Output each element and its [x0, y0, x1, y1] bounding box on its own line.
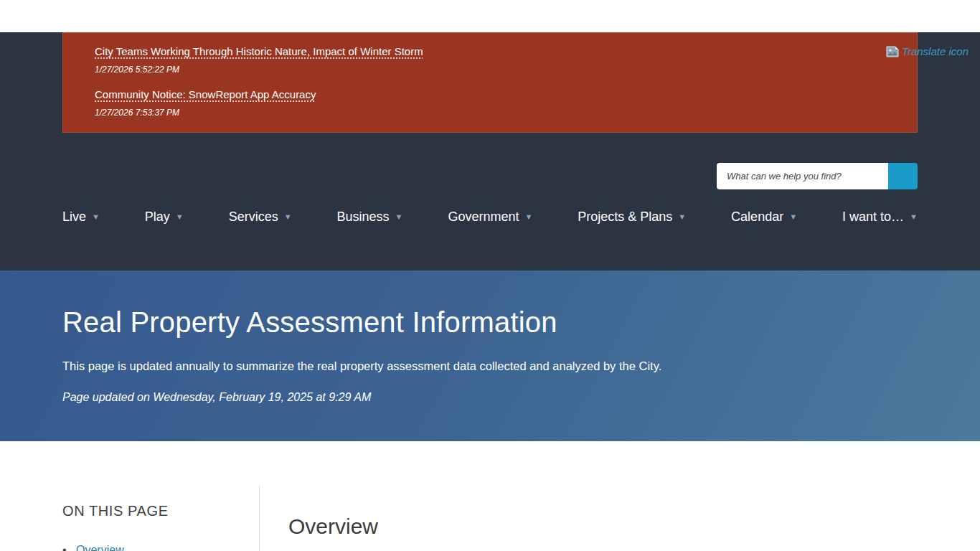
translate-link-label: Translate icon	[902, 45, 969, 57]
chevron-down-icon: ▼	[910, 213, 918, 221]
alert-link[interactable]: City Teams Working Through Historic Natu…	[95, 45, 423, 57]
chevron-down-icon: ▼	[789, 213, 797, 221]
list-item: Overview	[62, 544, 259, 551]
chevron-down-icon: ▼	[176, 213, 184, 221]
search-box	[717, 163, 918, 189]
nav-item-projects-plans[interactable]: Projects & Plans ▼	[578, 209, 686, 225]
nav-item-business[interactable]: Business ▼	[337, 209, 403, 225]
alert-item: Community Notice: SnowReport App Accurac…	[95, 88, 885, 118]
search-row	[62, 163, 918, 189]
nav-item-label: Live	[62, 209, 86, 225]
nav-item-play[interactable]: Play ▼	[145, 209, 184, 225]
chevron-down-icon: ▼	[524, 213, 532, 221]
page-updated-note: Page updated on Wednesday, February 19, …	[62, 391, 918, 404]
page-content: ON THIS PAGE Overview The Residential Ma…	[0, 441, 980, 551]
toc-link-overview[interactable]: Overview	[76, 544, 124, 551]
nav-item-label: I want to…	[842, 209, 904, 225]
page-subtitle: This page is updated annually to summari…	[62, 359, 918, 373]
on-this-page-heading: ON THIS PAGE	[62, 503, 259, 519]
toc-list: Overview The Residential Market	[62, 544, 259, 551]
chevron-down-icon: ▼	[92, 213, 100, 221]
nav-item-calendar[interactable]: Calendar ▼	[731, 209, 797, 225]
on-this-page-sidebar: ON THIS PAGE Overview The Residential Ma…	[62, 486, 260, 551]
alert-banner: City Teams Working Through Historic Natu…	[62, 32, 918, 133]
search-input[interactable]	[717, 163, 888, 189]
chevron-down-icon: ▼	[395, 213, 403, 221]
nav-item-label: Play	[145, 209, 170, 225]
search-button[interactable]	[888, 163, 918, 189]
main-nav: Live ▼ Play ▼ Services ▼ Business ▼ Gove…	[62, 189, 918, 245]
nav-item-i-want-to[interactable]: I want to… ▼	[842, 209, 918, 225]
alert-timestamp: 1/27/2026 7:53:37 PM	[95, 108, 885, 118]
alert-link[interactable]: Community Notice: SnowReport App Accurac…	[95, 88, 316, 100]
nav-item-label: Services	[229, 209, 278, 225]
section-heading-overview: Overview	[288, 514, 918, 539]
nav-item-label: Government	[448, 209, 519, 225]
page-title: Real Property Assessment Information	[62, 306, 918, 339]
nav-item-label: Projects & Plans	[578, 209, 672, 225]
nav-item-services[interactable]: Services ▼	[229, 209, 292, 225]
main-section: Overview The overall year-over-year, loc…	[260, 486, 918, 551]
alert-item: City Teams Working Through Historic Natu…	[95, 45, 885, 75]
nav-item-label: Business	[337, 209, 390, 225]
nav-item-label: Calendar	[731, 209, 783, 225]
translate-link[interactable]: Translate icon	[886, 45, 969, 57]
nav-item-government[interactable]: Government ▼	[448, 209, 532, 225]
site-header: Translate icon City Teams Working Throug…	[0, 32, 980, 270]
chevron-down-icon: ▼	[284, 213, 292, 221]
broken-image-icon	[886, 46, 899, 57]
hero-banner: Real Property Assessment Information Thi…	[0, 270, 980, 441]
chevron-down-icon: ▼	[678, 213, 686, 221]
alert-timestamp: 1/27/2026 5:52:22 PM	[95, 65, 885, 75]
nav-item-live[interactable]: Live ▼	[62, 209, 100, 225]
